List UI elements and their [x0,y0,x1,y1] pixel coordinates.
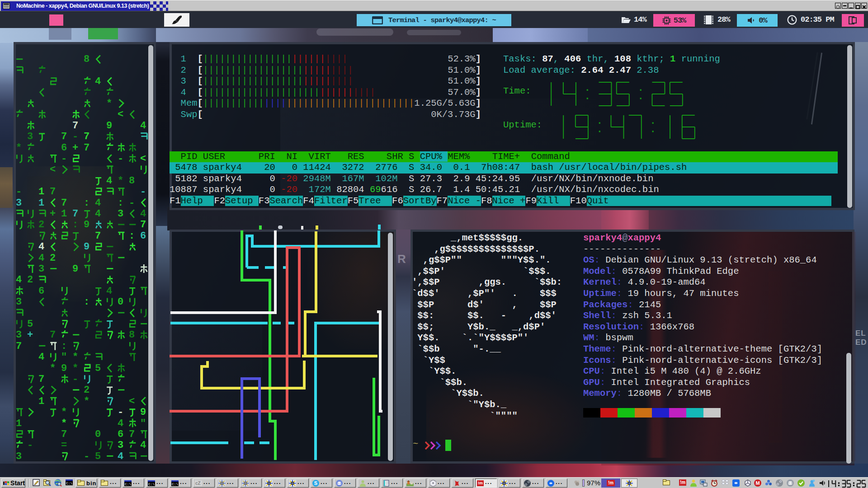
svg-text:4: 4 [95,197,101,209]
svg-text:+: + [27,329,33,341]
svg-text:C:\: C:\ [125,482,132,486]
svg-text:C:\: C:\ [172,482,179,486]
svg-text:*: * [61,418,67,429]
svg-text:0: 0 [95,429,101,440]
svg-text:*: * [106,98,112,109]
svg-text:-: - [61,153,67,164]
svg-text:-: - [72,374,78,385]
svg-text:4: 4 [38,352,44,363]
svg-text:*: * [72,363,78,374]
svg-text:4: 4 [140,440,146,451]
svg-text:4: 4 [95,76,101,87]
svg-text:4: 4 [118,418,123,429]
svg-text:4: 4 [140,208,146,220]
svg-text:-: - [16,186,22,197]
svg-text:-: - [118,153,123,164]
svg-text:2: 2 [38,219,44,230]
svg-text:6: 6 [118,429,123,440]
svg-text:+: + [72,142,78,154]
svg-text:7: 7 [72,208,78,220]
svg-text:1: 1 [38,396,44,407]
svg-text:9: 9 [84,219,90,230]
svg-text:<: < [118,109,123,120]
svg-text:1: 1 [61,208,67,220]
svg-text:4: 4 [118,451,123,462]
svg-text:-: - [118,407,123,418]
svg-text:7: 7 [38,374,44,385]
svg-text:7: 7 [16,341,22,352]
svg-text:7: 7 [61,429,67,440]
svg-text:3: 3 [118,440,123,451]
svg-text:7: 7 [50,329,56,341]
svg-text:=: = [61,440,67,451]
svg-text:2: 2 [50,253,56,264]
svg-text:5: 5 [27,319,33,330]
svg-text:-: - [140,186,146,197]
svg-text:4: 4 [38,253,44,264]
svg-text:3: 3 [16,329,22,341]
svg-text:4: 4 [106,175,112,187]
svg-text:2: 2 [27,274,33,286]
svg-text::: : [84,197,90,209]
svg-text:3: 3 [16,296,22,308]
svg-text:9: 9 [140,407,146,418]
svg-text:8: 8 [129,175,135,187]
svg-text:*: * [61,407,67,418]
svg-text:7: 7 [129,429,135,440]
svg-text:5: 5 [95,363,101,374]
svg-text:*: * [118,175,123,187]
svg-text:3: 3 [27,131,33,142]
svg-text:6: 6 [61,142,67,154]
svg-text:9: 9 [61,363,67,374]
svg-text:-: - [72,131,78,142]
svg-text:0: 0 [118,296,123,308]
svg-text:*: * [50,363,56,374]
svg-text::: : [129,230,135,242]
svg-text:9: 9 [106,120,112,131]
svg-text:3: 3 [38,263,44,275]
svg-text:1: 1 [38,197,44,209]
svg-text:2: 2 [84,385,90,396]
svg-text:6: 6 [140,230,146,242]
svg-text:7: 7 [50,186,56,197]
svg-text:<: < [129,396,135,407]
svg-text:7: 7 [84,131,90,142]
svg-text:<: < [50,164,56,175]
svg-text:3: 3 [118,208,123,220]
svg-text:": " [61,352,67,363]
svg-text:3: 3 [16,197,22,209]
svg-text:4: 4 [38,241,44,253]
svg-text:5: 5 [95,451,101,462]
svg-text:cZ: cZ [195,481,201,486]
svg-text:C:\: C:\ [66,481,73,485]
svg-text:4: 4 [140,120,146,131]
svg-text:7: 7 [140,219,146,230]
svg-text:7: 7 [72,120,78,131]
svg-text:4: 4 [16,274,22,286]
svg-text:6: 6 [38,286,44,297]
svg-text::: : [118,197,123,209]
svg-text::: : [84,296,90,308]
svg-text::: : [61,341,67,352]
svg-text:*: * [72,352,78,363]
svg-text:8: 8 [84,54,90,65]
svg-text:7: 7 [84,142,90,154]
svg-text:C:\: C:\ [148,482,155,486]
svg-text:1: 1 [16,418,22,429]
svg-text:": " [140,418,146,429]
svg-text:4: 4 [106,286,112,297]
svg-text:9: 9 [84,241,90,253]
svg-text:*: * [16,142,22,154]
svg-text:1: 1 [38,186,44,197]
svg-text:3: 3 [16,451,22,462]
svg-text:7: 7 [61,131,67,142]
svg-text:7: 7 [61,197,67,209]
svg-text:4: 4 [95,208,101,220]
svg-text::: : [72,219,78,230]
svg-text:-: - [129,197,135,209]
svg-text:7: 7 [95,230,101,242]
svg-text:*: * [84,396,90,407]
svg-text:-: - [84,451,90,462]
svg-text:9: 9 [72,263,78,275]
svg-text:<: < [140,153,146,164]
